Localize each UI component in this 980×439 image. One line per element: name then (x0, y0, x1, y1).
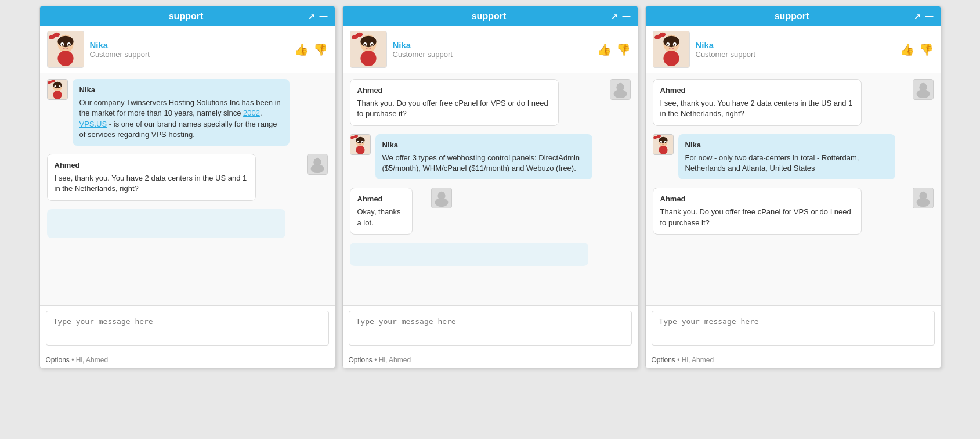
chat-header-1: support ↗ — (40, 6, 335, 26)
chat-input-area-2 (343, 305, 638, 352)
svg-point-48 (435, 198, 449, 207)
message-row: Nika We offer 3 types of webhosting cont… (350, 134, 631, 182)
partial-bubble (47, 209, 285, 238)
agent-role-1: Customer support (90, 50, 288, 59)
svg-point-26 (360, 51, 376, 66)
svg-point-2 (57, 36, 73, 47)
nika-bubble-3: Nika For now - only two data-centers in … (678, 134, 895, 180)
msg-sender: Ahmed (357, 85, 552, 96)
svg-point-25 (360, 36, 376, 47)
chat-messages-2: Ahmed Thank you. Do you offer free cPane… (343, 73, 638, 305)
svg-point-74 (916, 198, 930, 207)
svg-point-6 (61, 44, 63, 46)
chat-header-2: support ↗ — (343, 6, 638, 26)
ahmed-bubble-3a: Ahmed I see, thank you. You have 2 data … (653, 79, 862, 126)
expand-icon-3[interactable]: ↗ (914, 12, 921, 21)
message-row: Ahmed I see, thank you. You have 2 data … (47, 154, 328, 203)
ahmed-avatar-small-1 (307, 154, 328, 175)
message-input-2[interactable] (349, 311, 632, 346)
agent-role-3: Customer support (696, 50, 894, 59)
ahmed-bubble-1: Ahmed I see, thank you. You have 2 data … (47, 154, 256, 201)
options-link-1[interactable]: Options (46, 356, 70, 364)
thumbdown-icon-2[interactable]: 👎 (616, 42, 631, 56)
svg-point-29 (364, 44, 366, 46)
nika-bubble-1: Nika Our company Twinservers Hosting Sol… (73, 79, 290, 146)
svg-point-42 (357, 142, 359, 143)
chat-footer-2: Options • Hi, Ahmed (343, 352, 638, 368)
greeting-3: Hi, Ahmed (682, 356, 714, 364)
agent-avatar-1 (47, 31, 84, 68)
agent-avatar-3 (653, 31, 690, 68)
svg-point-51 (663, 36, 679, 47)
nika-avatar-small-1 (47, 79, 68, 100)
ahmed-bubble-2b: Ahmed Okay, thanks a lot. (350, 188, 413, 235)
msg-sender: Nika (685, 140, 888, 150)
agent-bar-3: Nika Customer support 👍 👎 (646, 26, 941, 73)
minimize-icon-3[interactable]: — (925, 12, 934, 21)
agent-actions-2: 👍 👎 (597, 42, 631, 56)
chat-footer-3: Options • Hi, Ahmed (646, 352, 941, 368)
message-row: Ahmed Okay, thanks a lot. (350, 188, 631, 237)
svg-point-68 (660, 142, 661, 143)
expand-icon-2[interactable]: ↗ (611, 12, 618, 21)
thumbdown-icon-1[interactable]: 👎 (313, 42, 328, 56)
chat-input-area-1 (40, 305, 335, 352)
greeting-2: Hi, Ahmed (379, 356, 411, 364)
message-input-1[interactable] (46, 311, 329, 346)
thumbup-icon-2[interactable]: 👍 (597, 42, 612, 56)
ahmed-avatar-small-3b (913, 188, 934, 208)
svg-point-3 (57, 51, 73, 66)
ahmed-avatar-small-3a (913, 79, 934, 100)
agent-info-2: Nika Customer support (393, 40, 591, 59)
options-link-3[interactable]: Options (652, 356, 675, 364)
svg-point-43 (361, 142, 363, 143)
message-row: Ahmed Thank you. Do you offer free cPane… (653, 188, 934, 237)
minimize-icon-1[interactable]: — (320, 12, 328, 21)
agent-actions-1: 👍 👎 (294, 42, 328, 56)
ahmed-avatar-small-2b (431, 188, 452, 208)
chat-window-2: support ↗ — Nika Customer suppo (342, 6, 638, 368)
svg-point-39 (356, 145, 364, 154)
link-vpsus[interactable]: VPS.US (79, 120, 107, 128)
chat-messages-1: Nika Our company Twinservers Hosting Sol… (40, 73, 335, 305)
ahmed-bubble-2a: Ahmed Thank you. Do you offer free cPane… (350, 79, 559, 126)
message-row: Nika Our company Twinservers Hosting Sol… (47, 79, 328, 148)
svg-point-65 (659, 145, 667, 154)
options-link-2[interactable]: Options (349, 356, 373, 364)
ahmed-avatar-small-2a (610, 79, 631, 100)
message-input-3[interactable] (652, 311, 935, 346)
thumbup-icon-1[interactable]: 👍 (294, 42, 309, 56)
chat-window-1: support ↗ — Nika Customer suppo (39, 6, 335, 368)
svg-point-56 (674, 44, 675, 46)
svg-point-55 (667, 44, 668, 46)
agent-actions-3: 👍 👎 (900, 42, 934, 56)
agent-name-3: Nika (696, 40, 894, 50)
agent-info-1: Nika Customer support (90, 40, 288, 59)
svg-point-52 (663, 51, 679, 66)
msg-sender: Nika (79, 85, 283, 95)
msg-sender: Nika (382, 140, 585, 150)
minimize-icon-2[interactable]: — (623, 12, 631, 21)
msg-sender: Ahmed (55, 160, 249, 171)
agent-avatar-2 (350, 31, 387, 68)
agent-bar-1: Nika Customer support 👍 👎 (40, 26, 335, 73)
svg-point-35 (613, 89, 627, 98)
chat-input-area-3 (646, 305, 941, 352)
agent-info-3: Nika Customer support (696, 40, 894, 59)
chat-window-3: support ↗ — Nika Customer suppo (645, 6, 941, 368)
svg-point-13 (53, 91, 62, 99)
greeting-1: Hi, Ahmed (76, 356, 108, 364)
partial-bubble (350, 243, 588, 266)
expand-icon-1[interactable]: ↗ (308, 12, 315, 21)
link-2002[interactable]: 2002 (243, 109, 260, 117)
msg-sender: Ahmed (357, 194, 406, 204)
ahmed-bubble-3b: Ahmed Thank you. Do you offer free cPane… (653, 188, 862, 235)
msg-sender: Ahmed (660, 194, 855, 204)
header-title-2: support (367, 11, 611, 21)
header-title-3: support (670, 11, 914, 21)
header-title-1: support (64, 11, 308, 21)
thumbup-icon-3[interactable]: 👍 (900, 42, 914, 56)
thumbdown-icon-3[interactable]: 👎 (919, 42, 934, 56)
svg-point-7 (68, 44, 70, 46)
chat-header-3: support ↗ — (646, 6, 941, 26)
